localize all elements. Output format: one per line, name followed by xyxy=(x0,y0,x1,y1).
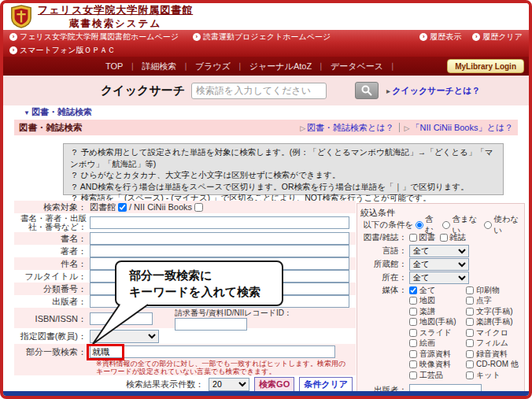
book-search-tab-link[interactable]: 図書・雑誌検索 xyxy=(24,106,92,118)
title-label: 書名： xyxy=(14,233,90,245)
location-row: 所在： 全て xyxy=(360,271,521,284)
media-manuscript-text-label: 文字(手稿) xyxy=(476,306,513,317)
nav-separator: ｜ xyxy=(312,61,331,72)
history-clear-link[interactable]: 履歴クリア xyxy=(472,31,523,42)
nav-item-top[interactable]: TOP xyxy=(105,61,123,71)
combo-field-input[interactable] xyxy=(90,216,349,229)
language-row: 言語： 全て xyxy=(360,244,521,257)
target-cinii-checkbox[interactable] xyxy=(194,203,203,212)
media-cdrom-checkbox[interactable] xyxy=(466,360,474,368)
site-title: フェリス女学院大学附属図書館 蔵書検索システム xyxy=(38,3,193,31)
reading-project-link[interactable]: 読書運動プロジェクトホームページ xyxy=(193,31,331,42)
library-homepage-link[interactable]: フェリス女学院大学附属図書館ホームページ xyxy=(9,31,179,42)
media-film-checkbox[interactable] xyxy=(466,339,474,347)
media-recording-checkbox[interactable] xyxy=(466,350,474,358)
media-label: 媒体： xyxy=(360,285,409,296)
magazine-checkbox[interactable] xyxy=(440,234,448,242)
media-picture-label: 絵画 xyxy=(419,338,435,349)
language-select[interactable]: 全て xyxy=(409,245,469,257)
link-label: スマートフォン版ＯＰＡＣ xyxy=(20,45,115,56)
arrow-bullet-icon xyxy=(472,33,480,41)
author-input[interactable] xyxy=(90,245,349,257)
search-go-button[interactable]: 検索GO xyxy=(254,377,294,392)
nav-separator: ｜ xyxy=(123,61,142,72)
media-map-checkbox[interactable] xyxy=(409,297,417,305)
media-score-checkbox[interactable] xyxy=(409,308,417,316)
media-score-label: 楽譜 xyxy=(419,306,435,317)
media-craft-checkbox[interactable] xyxy=(409,371,417,379)
media-audio-source-checkbox[interactable] xyxy=(409,350,417,358)
partial-match-row: 部分一致検索： xyxy=(14,344,356,360)
media-print-checkbox[interactable] xyxy=(466,286,474,294)
clear-conditions-button[interactable]: 条件クリア xyxy=(299,377,353,392)
isbn-row: ISBN/ISSN： 請求番号/資料ID/NIIレコードID： xyxy=(14,308,356,328)
target-separator: / xyxy=(129,202,131,212)
include-radio[interactable] xyxy=(416,221,423,229)
nav-item-journal-atoz[interactable]: ジャーナルAtoZ xyxy=(249,61,312,72)
exclude-radio[interactable] xyxy=(442,221,450,229)
media-all-label: 全て xyxy=(419,285,435,296)
cinii-books-help-link[interactable]: 「NII CiNii Books」とは？ xyxy=(405,122,513,134)
search-tips-box: ？ 予め検索用として設定された単語を対象に検索します。(例：「どくとるマンボウ航… xyxy=(63,143,504,195)
smartphone-opac-link[interactable]: スマートフォン版ＯＰＡＣ xyxy=(9,45,115,56)
media-score-manuscript-label: 楽譜(手稿) xyxy=(476,316,513,327)
media-film-label: フィルム xyxy=(476,338,508,349)
media-slide-checkbox[interactable] xyxy=(409,329,417,337)
media-map-manuscript-checkbox[interactable] xyxy=(409,318,417,326)
isbn-label: ISBN/ISSN： xyxy=(14,313,90,325)
unused-radio[interactable] xyxy=(484,221,492,229)
quick-search-label: クイックサーチ xyxy=(101,83,185,98)
tip-line: ？ ひらがなとカタカナ、大文字と小文字は区別せずに検索ができます。 xyxy=(70,169,497,181)
media-manuscript-text-checkbox[interactable] xyxy=(466,308,474,316)
nav-separator: ｜ xyxy=(231,61,249,72)
condition-label: 以下の条件を xyxy=(360,220,416,231)
history-show-link[interactable]: 履歴表示 xyxy=(419,31,461,42)
results-count-select[interactable]: 20 xyxy=(209,378,249,391)
quick-search-help-link[interactable]: クイックサーチとは？ xyxy=(386,85,480,97)
library-name: フェリス女学院大学附属図書館 xyxy=(38,3,193,17)
media-score-manuscript-checkbox[interactable] xyxy=(466,318,474,326)
media-craft-label: 工芸品 xyxy=(419,370,443,381)
nav-item-advanced-search[interactable]: 詳細検索 xyxy=(142,61,176,72)
media-all-checkbox[interactable] xyxy=(409,286,417,294)
media-micro-checkbox[interactable] xyxy=(466,329,474,337)
media-audio-source-label: 音源資料 xyxy=(419,349,451,360)
media-picture-checkbox[interactable] xyxy=(409,339,417,347)
quick-search-bar: クイックサーチ クイックサーチとは？ xyxy=(3,76,529,105)
tab-strip: 図書・雑誌検索 xyxy=(3,105,529,119)
footer-bar xyxy=(3,391,529,396)
author-label: 著者： xyxy=(14,246,90,257)
location-select[interactable]: 全て xyxy=(409,272,469,284)
call-number-input[interactable] xyxy=(175,318,247,331)
media-map-manuscript-label: 地図(手稿) xyxy=(419,316,456,327)
partial-match-input[interactable] xyxy=(90,345,335,358)
nav-item-browse[interactable]: ブラウズ xyxy=(195,61,231,72)
quick-search-input[interactable] xyxy=(191,83,327,99)
callout-text-line2: キーワードを入れて検索 xyxy=(129,283,282,300)
title-input[interactable] xyxy=(90,232,349,245)
media-braille-checkbox[interactable] xyxy=(466,297,474,305)
library-select[interactable]: 全て xyxy=(409,258,469,271)
reserved-books-select[interactable] xyxy=(90,330,159,343)
isbn-input[interactable] xyxy=(90,312,153,325)
location-label: 所在： xyxy=(360,272,409,283)
media-kit-checkbox[interactable] xyxy=(466,371,474,379)
mylibrary-login-button[interactable]: MyLibrary Login xyxy=(447,59,524,73)
tip-line: ？ AND検索を行う場合は単語をスペースで区切ります。OR検索を行う場合は単語を… xyxy=(70,181,497,193)
media-row: 媒体： 全て 印刷物 地図 点字 楽譜 文字(手稿) 地図(手稿) 楽譜(手稿)… xyxy=(360,285,521,381)
call-number-label: 請求番号/資料ID/NIIレコードID： xyxy=(175,308,292,318)
search-target-label: 検索対象： xyxy=(14,201,90,213)
refine-panel: 絞込条件 以下の条件を 含む 含まない 使わない 図書/雑誌： 図書 雑誌 言語… xyxy=(357,203,525,392)
quick-search-button[interactable] xyxy=(355,82,379,99)
arrow-bullet-icon xyxy=(9,46,17,54)
target-library-checkbox[interactable] xyxy=(118,203,127,212)
nav-item-database[interactable]: データベース xyxy=(331,61,383,72)
full-title-label: フルタイトル： xyxy=(14,271,90,283)
media-video-checkbox[interactable] xyxy=(409,360,417,368)
library-crest-icon xyxy=(9,5,33,28)
book-checkbox[interactable] xyxy=(409,234,417,242)
target-cinii-label: NII CiNii Books xyxy=(134,202,192,212)
utility-nav: フェリス女学院大学附属図書館ホームページ 読書運動プロジェクトホームページ 履歴… xyxy=(3,30,529,57)
reserved-books-label: 指定図書(教員)： xyxy=(14,331,90,342)
book-search-help-link[interactable]: 図書・雑誌検索とは？ xyxy=(300,122,393,134)
